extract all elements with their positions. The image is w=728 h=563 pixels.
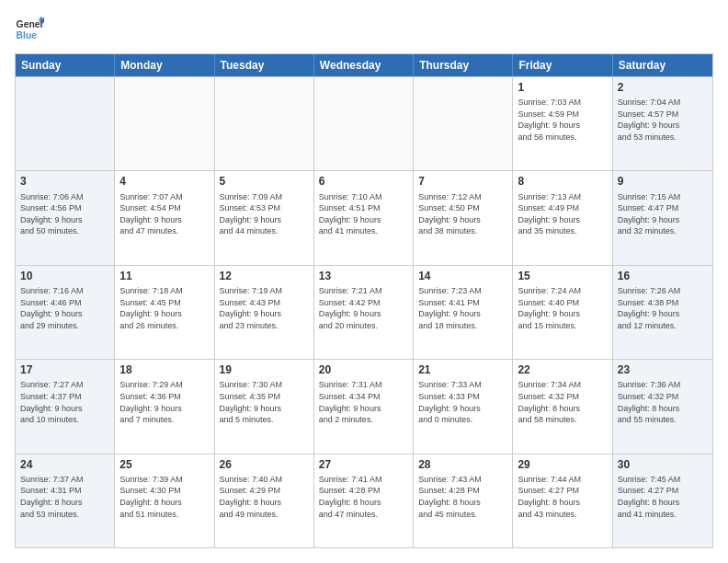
- day-info: Sunrise: 7:40 AM Sunset: 4:29 PM Dayligh…: [220, 474, 309, 520]
- day-number: 17: [20, 362, 109, 377]
- header-day-monday: Monday: [115, 54, 214, 76]
- day-info: Sunrise: 7:15 AM Sunset: 4:47 PM Dayligh…: [618, 191, 708, 237]
- day-cell-19: 19Sunrise: 7:30 AM Sunset: 4:35 PM Dayli…: [215, 360, 314, 453]
- logo-icon: General Blue: [15, 15, 44, 44]
- day-cell-10: 10Sunrise: 7:16 AM Sunset: 4:46 PM Dayli…: [16, 266, 115, 359]
- day-number: 8: [518, 174, 607, 189]
- day-number: 21: [418, 362, 507, 377]
- day-cell-12: 12Sunrise: 7:19 AM Sunset: 4:43 PM Dayli…: [215, 266, 314, 359]
- day-number: 20: [319, 362, 408, 377]
- day-number: 16: [618, 269, 708, 283]
- day-info: Sunrise: 7:21 AM Sunset: 4:42 PM Dayligh…: [319, 285, 408, 331]
- day-cell-27: 27Sunrise: 7:41 AM Sunset: 4:28 PM Dayli…: [314, 454, 414, 547]
- calendar-body: 1Sunrise: 7:03 AM Sunset: 4:59 PM Daylig…: [16, 76, 712, 547]
- empty-cell: [314, 77, 414, 170]
- day-number: 13: [319, 269, 408, 283]
- empty-cell: [16, 77, 115, 170]
- header-day-sunday: Sunday: [16, 54, 115, 76]
- day-cell-17: 17Sunrise: 7:27 AM Sunset: 4:37 PM Dayli…: [16, 360, 115, 453]
- day-cell-22: 22Sunrise: 7:34 AM Sunset: 4:32 PM Dayli…: [513, 360, 612, 453]
- week-row-5: 24Sunrise: 7:37 AM Sunset: 4:31 PM Dayli…: [16, 454, 712, 547]
- day-info: Sunrise: 7:33 AM Sunset: 4:33 PM Dayligh…: [418, 379, 507, 425]
- day-info: Sunrise: 7:29 AM Sunset: 4:36 PM Dayligh…: [119, 379, 209, 425]
- day-info: Sunrise: 7:30 AM Sunset: 4:35 PM Dayligh…: [220, 379, 309, 425]
- day-number: 28: [418, 457, 507, 472]
- day-number: 10: [20, 269, 109, 283]
- day-info: Sunrise: 7:36 AM Sunset: 4:32 PM Dayligh…: [618, 379, 708, 425]
- day-cell-14: 14Sunrise: 7:23 AM Sunset: 4:41 PM Dayli…: [414, 266, 513, 359]
- day-number: 12: [220, 269, 309, 283]
- header: General Blue: [15, 15, 713, 44]
- day-cell-28: 28Sunrise: 7:43 AM Sunset: 4:28 PM Dayli…: [414, 454, 513, 547]
- day-number: 15: [518, 269, 607, 283]
- day-cell-7: 7Sunrise: 7:12 AM Sunset: 4:50 PM Daylig…: [414, 171, 513, 264]
- day-info: Sunrise: 7:18 AM Sunset: 4:45 PM Dayligh…: [119, 285, 209, 331]
- day-number: 14: [418, 269, 507, 283]
- day-number: 30: [618, 457, 708, 472]
- day-cell-23: 23Sunrise: 7:36 AM Sunset: 4:32 PM Dayli…: [613, 360, 712, 453]
- day-cell-16: 16Sunrise: 7:26 AM Sunset: 4:38 PM Dayli…: [613, 266, 712, 359]
- day-info: Sunrise: 7:26 AM Sunset: 4:38 PM Dayligh…: [618, 285, 708, 331]
- day-info: Sunrise: 7:07 AM Sunset: 4:54 PM Dayligh…: [119, 191, 209, 237]
- day-number: 18: [119, 362, 209, 377]
- day-number: 2: [618, 80, 708, 95]
- day-info: Sunrise: 7:34 AM Sunset: 4:32 PM Dayligh…: [518, 379, 607, 425]
- day-cell-30: 30Sunrise: 7:45 AM Sunset: 4:27 PM Dayli…: [613, 454, 712, 547]
- day-number: 29: [518, 457, 607, 472]
- day-number: 5: [220, 174, 309, 189]
- day-info: Sunrise: 7:09 AM Sunset: 4:53 PM Dayligh…: [220, 191, 309, 237]
- day-info: Sunrise: 7:37 AM Sunset: 4:31 PM Dayligh…: [20, 474, 109, 520]
- week-row-2: 3Sunrise: 7:06 AM Sunset: 4:56 PM Daylig…: [16, 170, 712, 264]
- day-info: Sunrise: 7:03 AM Sunset: 4:59 PM Dayligh…: [518, 97, 607, 143]
- day-number: 24: [20, 457, 109, 472]
- day-info: Sunrise: 7:39 AM Sunset: 4:30 PM Dayligh…: [119, 474, 209, 520]
- day-cell-2: 2Sunrise: 7:04 AM Sunset: 4:57 PM Daylig…: [613, 77, 712, 170]
- day-cell-20: 20Sunrise: 7:31 AM Sunset: 4:34 PM Dayli…: [314, 360, 414, 453]
- empty-cell: [414, 77, 513, 170]
- day-number: 7: [418, 174, 507, 189]
- week-row-3: 10Sunrise: 7:16 AM Sunset: 4:46 PM Dayli…: [16, 265, 712, 359]
- header-day-friday: Friday: [513, 54, 612, 76]
- day-info: Sunrise: 7:31 AM Sunset: 4:34 PM Dayligh…: [319, 379, 408, 425]
- day-info: Sunrise: 7:16 AM Sunset: 4:46 PM Dayligh…: [20, 285, 109, 331]
- week-row-1: 1Sunrise: 7:03 AM Sunset: 4:59 PM Daylig…: [16, 76, 712, 170]
- day-info: Sunrise: 7:27 AM Sunset: 4:37 PM Dayligh…: [20, 379, 109, 425]
- day-number: 3: [20, 174, 109, 189]
- day-number: 23: [618, 362, 708, 377]
- day-info: Sunrise: 7:45 AM Sunset: 4:27 PM Dayligh…: [618, 474, 708, 520]
- svg-text:Blue: Blue: [17, 30, 38, 40]
- day-cell-26: 26Sunrise: 7:40 AM Sunset: 4:29 PM Dayli…: [215, 454, 314, 547]
- day-cell-21: 21Sunrise: 7:33 AM Sunset: 4:33 PM Dayli…: [414, 360, 513, 453]
- day-info: Sunrise: 7:44 AM Sunset: 4:27 PM Dayligh…: [518, 474, 607, 520]
- day-number: 4: [119, 174, 209, 189]
- day-cell-4: 4Sunrise: 7:07 AM Sunset: 4:54 PM Daylig…: [115, 171, 214, 264]
- day-number: 6: [319, 174, 408, 189]
- day-cell-15: 15Sunrise: 7:24 AM Sunset: 4:40 PM Dayli…: [513, 266, 612, 359]
- day-info: Sunrise: 7:13 AM Sunset: 4:49 PM Dayligh…: [518, 191, 607, 237]
- day-info: Sunrise: 7:12 AM Sunset: 4:50 PM Dayligh…: [418, 191, 507, 237]
- empty-cell: [115, 77, 214, 170]
- day-cell-9: 9Sunrise: 7:15 AM Sunset: 4:47 PM Daylig…: [613, 171, 712, 264]
- header-day-saturday: Saturday: [613, 54, 712, 76]
- day-cell-24: 24Sunrise: 7:37 AM Sunset: 4:31 PM Dayli…: [16, 454, 115, 547]
- day-info: Sunrise: 7:04 AM Sunset: 4:57 PM Dayligh…: [618, 97, 708, 143]
- day-cell-13: 13Sunrise: 7:21 AM Sunset: 4:42 PM Dayli…: [314, 266, 414, 359]
- day-cell-3: 3Sunrise: 7:06 AM Sunset: 4:56 PM Daylig…: [16, 171, 115, 264]
- day-cell-29: 29Sunrise: 7:44 AM Sunset: 4:27 PM Dayli…: [513, 454, 612, 547]
- day-cell-5: 5Sunrise: 7:09 AM Sunset: 4:53 PM Daylig…: [215, 171, 314, 264]
- day-cell-1: 1Sunrise: 7:03 AM Sunset: 4:59 PM Daylig…: [513, 77, 612, 170]
- calendar-header: SundayMondayTuesdayWednesdayThursdayFrid…: [16, 54, 712, 76]
- day-info: Sunrise: 7:43 AM Sunset: 4:28 PM Dayligh…: [418, 474, 507, 520]
- day-info: Sunrise: 7:10 AM Sunset: 4:51 PM Dayligh…: [319, 191, 408, 237]
- logo: General Blue: [15, 15, 44, 44]
- day-info: Sunrise: 7:24 AM Sunset: 4:40 PM Dayligh…: [518, 285, 607, 331]
- day-cell-8: 8Sunrise: 7:13 AM Sunset: 4:49 PM Daylig…: [513, 171, 612, 264]
- day-cell-18: 18Sunrise: 7:29 AM Sunset: 4:36 PM Dayli…: [115, 360, 214, 453]
- day-number: 22: [518, 362, 607, 377]
- calendar: SundayMondayTuesdayWednesdayThursdayFrid…: [15, 53, 713, 548]
- header-day-thursday: Thursday: [414, 54, 513, 76]
- day-info: Sunrise: 7:19 AM Sunset: 4:43 PM Dayligh…: [220, 285, 309, 331]
- day-cell-25: 25Sunrise: 7:39 AM Sunset: 4:30 PM Dayli…: [115, 454, 214, 547]
- day-number: 9: [618, 174, 708, 189]
- day-info: Sunrise: 7:23 AM Sunset: 4:41 PM Dayligh…: [418, 285, 507, 331]
